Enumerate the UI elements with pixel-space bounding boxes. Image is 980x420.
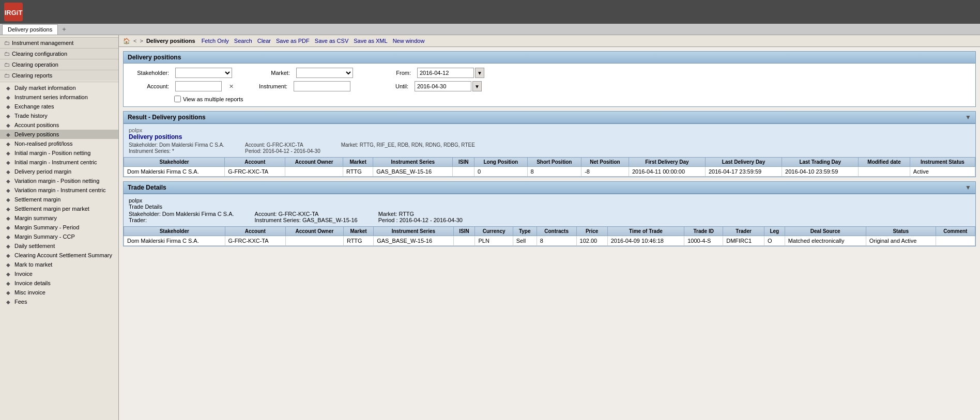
diamond-icon: ◆ [6,215,12,221]
sidebar-item-misc-invoice[interactable]: ◆ Misc invoice [0,288,118,297]
result-delivery-positions-section: Result - Delivery positions ▼ polpx Deli… [123,111,976,177]
market-label: Market: [249,70,290,76]
diamond-icon: ◆ [6,104,12,110]
tab-label: Delivery positions [8,26,52,33]
sidebar-item-variation-margin-instrument-centric[interactable]: ◆ Variation margin - Instrument centric [0,185,118,195]
sidebar-item-margin-summary-ccp[interactable]: ◆ Margin Summary - CCP [0,232,118,241]
sidebar-item-clearing-account-settlement-summary[interactable]: ◆ Clearing Account Settlement Summary [0,251,118,260]
collapse-result-icon[interactable]: ▼ [965,114,971,121]
result-meta: polpx Delivery positions Stakeholder: Do… [123,123,976,157]
until-date-wrap: ▼ [415,81,482,91]
breadcrumb-home-icon[interactable]: 🏠 [123,38,130,44]
sidebar-item-label: Non-realised profit/loss [14,141,73,147]
sidebar-item-settlement-margin[interactable]: ◆ Settlement margin [0,195,118,204]
sidebar-item-daily-settlement[interactable]: ◆ Daily settlement [0,241,118,251]
breadcrumb-back-button[interactable]: < [133,38,136,44]
sidebar-item-label: Variation margin - Instrument centric [14,187,105,193]
sidebar-item-instrument-series-information[interactable]: ◆ Instrument series information [0,92,118,102]
diamond-icon: ◆ [6,234,12,240]
sidebar-item-clearing-reports[interactable]: 🗀 Clearing reports [0,70,118,81]
sidebar-item-daily-market-information[interactable]: ◆ Daily market information [0,83,118,92]
trade-polpx-label: polpx [129,197,970,204]
sidebar-item-non-realised-profit-loss[interactable]: ◆ Non-realised profit/loss [0,139,118,148]
sidebar-item-delivery-positions[interactable]: ◆ Delivery positions [0,130,118,139]
sidebar-item-label: Margin summary [14,215,57,221]
sidebar-item-fees[interactable]: ◆ Fees [0,297,118,306]
from-date-wrap: ▼ [417,68,484,78]
stakeholder-select[interactable] [175,68,232,78]
td-col-instrument-series: Instrument Series [374,227,453,236]
diamond-icon: ◆ [6,271,12,277]
trade-stakeholder-meta: Stakeholder: Dom Maklerski Firma C S.A. [129,211,234,217]
section-title: Delivery positions [128,54,181,61]
td-col-status: Status [866,227,936,236]
delivery-positions-tab[interactable]: Delivery positions [2,24,58,35]
trade-meta: polpx Trade Details Stakeholder: Dom Mak… [123,194,976,226]
view-multiple-checkbox[interactable] [174,96,181,102]
sidebar-item-label: Settlement margin per market [14,206,89,212]
sidebar-item-exchange-rates[interactable]: ◆ Exchange rates [0,102,118,111]
sidebar-item-account-positions[interactable]: ◆ Account positions [0,120,118,130]
save-pdf-button[interactable]: Save as PDF [275,37,311,44]
sidebar-item-clearing-operation[interactable]: 🗀 Clearing operation [0,59,118,70]
collapse-trade-icon[interactable]: ▼ [965,184,971,191]
folder-icon: 🗀 [4,40,10,46]
account-input[interactable] [175,81,222,91]
breadcrumb-forward-button[interactable]: > [140,38,143,44]
diamond-icon: ◆ [6,132,12,137]
dp-col-market: Market [343,158,373,167]
add-tab-button[interactable]: + [59,24,69,34]
until-date-input[interactable] [415,81,471,91]
td-col-deal-source: Deal Source [785,227,866,236]
clear-button[interactable]: Clear [256,37,272,44]
sidebar-item-trade-history[interactable]: ◆ Trade history [0,111,118,120]
sidebar-item-label: Margin Summary - CCP [14,234,75,240]
sidebar-item-delivery-period-margin[interactable]: ◆ Delivery period margin [0,167,118,176]
logo-icon: IRGiT [4,3,23,21]
diamond-icon: ◆ [6,85,12,91]
search-button[interactable]: Search [233,37,253,44]
sidebar-item-settlement-margin-per-market[interactable]: ◆ Settlement margin per market [0,204,118,213]
table-row: Dom Maklerski Firma C S.A.G-FRC-KXC-TART… [124,167,975,177]
sidebar-item-label: Variation margin - Position netting [14,178,99,184]
dp-col-long-position: Long Position [474,158,527,167]
sidebar-item-instrument-management[interactable]: 🗀 Instrument management [0,37,118,48]
td-col-account: Account [225,227,285,236]
sidebar-item-label: Daily settlement [14,243,55,249]
sidebar-item-variation-margin-position-netting[interactable]: ◆ Variation margin - Position netting [0,176,118,185]
sidebar-item-invoice-details[interactable]: ◆ Invoice details [0,278,118,288]
td-col-contracts: Contracts [537,227,576,236]
instrument-input[interactable] [294,81,350,91]
sidebar-item-margin-summary-period[interactable]: ◆ Margin Summary - Period [0,223,118,232]
dp-col-isin: ISIN [453,158,474,167]
sidebar-item-margin-summary[interactable]: ◆ Margin summary [0,213,118,223]
from-date-input[interactable] [417,68,474,78]
td-col-comment: Comment [936,227,975,236]
from-date-picker-button[interactable]: ▼ [475,68,484,78]
diamond-icon: ◆ [6,122,12,128]
trade-market-meta: Market: RTTG [378,211,414,217]
sidebar-item-initial-margin-position-netting[interactable]: ◆ Initial margin - Position netting [0,148,118,158]
account-clear-icon[interactable]: ✕ [229,83,234,90]
sidebar-item-label: Delivery positions [14,131,59,137]
dp-col-net-position: Net Position [581,158,629,167]
sidebar-item-label: Exchange rates [14,103,54,110]
diamond-icon: ◆ [6,225,12,230]
td-col-trader: Trader [723,227,764,236]
until-date-picker-button[interactable]: ▼ [472,81,482,91]
sidebar-item-label: Instrument series information [14,94,88,100]
td-col-type: Type [513,227,537,236]
fetch-only-button[interactable]: Fetch Only [201,37,230,44]
stakeholder-meta: Stakeholder: Dom Maklerski Firma C S.A. [129,142,224,148]
sidebar-item-invoice[interactable]: ◆ Invoice [0,269,118,278]
td-col-isin: ISIN [453,227,475,236]
sidebar-item-clearing-configuration[interactable]: 🗀 Clearing configuration [0,48,118,59]
new-window-button[interactable]: New window [392,37,426,44]
diamond-icon: ◆ [6,206,12,212]
sidebar-item-initial-margin-instrument-centric[interactable]: ◆ Initial margin - Instrument centric [0,158,118,167]
save-xml-button[interactable]: Save as XML [353,37,388,44]
market-select[interactable] [296,68,353,78]
sidebar-item-mark-to-market[interactable]: ◆ Mark to market [0,260,118,269]
diamond-icon: ◆ [6,197,12,203]
save-csv-button[interactable]: Save as CSV [314,37,349,44]
